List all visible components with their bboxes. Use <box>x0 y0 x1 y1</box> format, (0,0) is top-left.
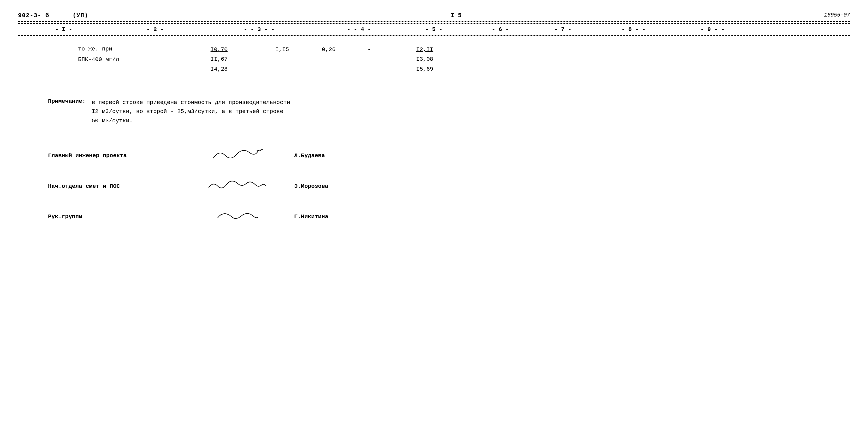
sig-name-1: Л.Будаева <box>294 152 325 159</box>
col-2: - 2 - <box>110 26 201 33</box>
col4-val3: I4,28 <box>180 64 258 74</box>
col-8: - 8 - - <box>592 26 675 33</box>
col-4: - - 4 - <box>317 26 401 33</box>
signature-1-svg <box>210 146 264 163</box>
col-3: - - 3 - - <box>201 26 317 33</box>
sig-name-2: Э.Морозова <box>294 183 328 190</box>
row-label: то же. при БПК-400 мг/л <box>78 45 180 65</box>
signatures-section: Главный инженер проекта Л.Будаева Нач.от… <box>18 146 850 226</box>
page-number: I 5 <box>451 12 462 19</box>
header-right: 16955-07 <box>824 12 850 18</box>
sig-sign-1 <box>192 146 282 165</box>
col4-values: I0,70 II,67 I4,28 <box>180 45 258 74</box>
sig-name-3: Г.Никитина <box>294 213 328 220</box>
note-line2: I2 м3/сутки, во второй - 25,м3/сутки, а … <box>92 107 290 116</box>
sig-title-2: Нач.отдела смет и ПОС <box>48 183 192 190</box>
sig-row-2: Нач.отдела смет и ПОС Э.Морозова <box>48 177 850 195</box>
col4-val2: II,67 <box>180 54 258 64</box>
header-paren: (УП) <box>73 12 88 19</box>
col7-val1: - <box>351 45 387 54</box>
note-line3: 50 м3/сутки. <box>92 116 290 125</box>
sig-sign-2 <box>192 177 282 195</box>
note-section: Примечание: в первой строке приведена ст… <box>48 98 850 125</box>
label-line1: то же. при <box>78 45 180 54</box>
sig-row-1: Главный инженер проекта Л.Будаева <box>48 146 850 165</box>
columns-inner: - I - - 2 - - - 3 - - - - 4 - - 5 - - 6 … <box>18 26 850 33</box>
col-5: - 5 - <box>401 26 467 33</box>
data-row: то же. при БПК-400 мг/л I0,70 II,67 I4,2… <box>78 45 850 74</box>
col-1: - I - <box>18 26 110 33</box>
note-label: Примечание: <box>48 98 86 105</box>
signature-2-svg <box>207 177 267 194</box>
col8-val1: I2,II <box>387 45 462 54</box>
separator-line-top <box>18 21 850 22</box>
header-left: 902-3- б (УП) <box>18 12 88 19</box>
col5-val1: I,I5 <box>258 45 306 54</box>
col6-val1: 0,26 <box>306 45 351 54</box>
header: 902-3- б (УП) I 5 16955-07 <box>18 12 850 19</box>
col-6: - 6 - <box>467 26 534 33</box>
note-line1: в первой строке приведена стоимость для … <box>92 98 290 107</box>
header-center: I 5 <box>88 12 824 19</box>
content-area: то же. при БПК-400 мг/л I0,70 II,67 I4,2… <box>18 45 850 74</box>
col5-values: I,I5 <box>258 45 306 54</box>
col8-values: I2,II I3,08 I5,69 <box>387 45 462 74</box>
col7-values: - <box>351 45 387 54</box>
col-9: - 9 - - <box>675 26 750 33</box>
col8-val3: I5,69 <box>387 64 462 74</box>
col4-val1: I0,70 <box>180 45 258 54</box>
sig-row-3: Рук.группы Г.Никитина <box>48 207 850 226</box>
sig-title-3: Рук.группы <box>48 213 192 220</box>
col6-values: 0,26 <box>306 45 351 54</box>
doc-number: 902-3- б <box>18 12 49 19</box>
sig-title-1: Главный инженер проекта <box>48 152 192 159</box>
note-text: в первой строке приведена стоимость для … <box>92 98 290 125</box>
signature-3-svg <box>215 207 259 224</box>
doc-code: 16955-07 <box>824 12 850 18</box>
sig-sign-3 <box>192 207 282 226</box>
label-line2: БПК-400 мг/л <box>78 55 180 64</box>
columns-row: - I - - 2 - - - 3 - - - - 4 - - 5 - - 6 … <box>18 23 850 36</box>
col-7: - 7 - <box>534 26 592 33</box>
col8-val2: I3,08 <box>387 54 462 64</box>
